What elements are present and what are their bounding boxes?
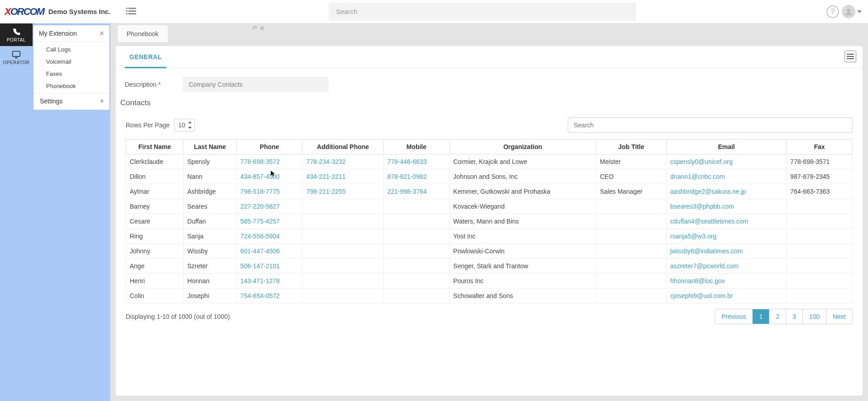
table-row[interactable]: BarneySeares227-220-5827Kovacek-Wiegandb… bbox=[126, 199, 853, 214]
svg-rect-0 bbox=[126, 8, 127, 9]
table-row[interactable]: JohnnyWissby601-447-4506Powlowski-Corwin… bbox=[126, 244, 853, 259]
cell-last: Nann bbox=[184, 169, 236, 184]
card-tab-general[interactable]: GENERAL bbox=[125, 46, 166, 68]
svg-rect-10 bbox=[847, 58, 854, 59]
cell-org: Yost Inc bbox=[449, 229, 596, 244]
cell-fax: 778-698-3571 bbox=[787, 154, 853, 169]
cell-addl bbox=[302, 214, 383, 229]
cell-email[interactable]: bseares3@phpbb.com bbox=[666, 199, 787, 214]
svg-rect-4 bbox=[126, 13, 127, 14]
rail-item-portal[interactable]: PORTAL bbox=[0, 23, 33, 46]
cell-email[interactable]: aashbridge2@sakura.ne.jp bbox=[666, 184, 787, 199]
table-row[interactable]: RingSanja724-558-5904Yost Incrsanja5@w3.… bbox=[126, 229, 853, 244]
table-row[interactable]: HenriHonnan143-471-1278Pouros Inchhonnan… bbox=[126, 274, 853, 289]
cell-phone[interactable]: 506-147-2101 bbox=[236, 259, 302, 274]
rail-item-operator[interactable]: OPERATOR bbox=[0, 46, 33, 69]
cell-phone[interactable]: 724-558-5904 bbox=[236, 229, 302, 244]
menu-toggle-button[interactable] bbox=[124, 5, 138, 19]
col-header[interactable]: Additional Phone bbox=[302, 140, 383, 154]
sidebar-panel-close-button[interactable] bbox=[99, 30, 104, 37]
cell-addl[interactable]: 798-211-2255 bbox=[302, 184, 383, 199]
cell-phone[interactable]: 798-518-7775 bbox=[236, 184, 302, 199]
col-header[interactable]: Phone bbox=[236, 140, 302, 154]
cell-phone[interactable]: 778-698-3572 bbox=[236, 154, 302, 169]
rows-per-page-select[interactable]: 10 bbox=[174, 119, 195, 131]
refresh-tab-button[interactable] bbox=[252, 25, 257, 32]
cell-mobile[interactable]: 221-998-3764 bbox=[383, 184, 449, 199]
col-header[interactable]: Mobile bbox=[383, 140, 449, 154]
col-header[interactable]: First Name bbox=[126, 140, 184, 154]
sidebar-item-voicemail[interactable]: Voicemail bbox=[33, 56, 109, 68]
cell-addl bbox=[302, 244, 383, 259]
sidebar-item-call-logs[interactable]: Call Logs bbox=[33, 43, 109, 56]
cell-mobile[interactable]: 778-446-6633 bbox=[383, 154, 449, 169]
cell-email[interactable]: aszreter7@pcworld.com bbox=[666, 259, 787, 274]
cell-org: Cormier, Krajcik and Lowe bbox=[449, 154, 596, 169]
cell-email[interactable]: hhonnan8@loc.gov bbox=[666, 274, 787, 289]
description-label: Description* bbox=[125, 81, 160, 88]
cell-org: Powlowski-Corwin bbox=[449, 244, 596, 259]
tab-phonebook[interactable]: Phonebook bbox=[118, 25, 168, 42]
cell-email[interactable]: rsanja5@w3.org bbox=[666, 229, 787, 244]
cell-phone[interactable]: 143-471-1278 bbox=[236, 274, 302, 289]
cell-email[interactable]: jwissby6@indiatimes.com bbox=[666, 244, 787, 259]
user-icon bbox=[844, 8, 853, 16]
cell-email[interactable]: dnann1@cnbc.com bbox=[666, 169, 787, 184]
col-header[interactable]: Fax bbox=[787, 140, 853, 154]
page-button[interactable]: 100 bbox=[802, 309, 826, 324]
col-header[interactable]: Email bbox=[666, 140, 787, 154]
page-button[interactable]: Next bbox=[826, 309, 852, 324]
cell-title: Meister bbox=[596, 154, 666, 169]
svg-rect-2 bbox=[126, 10, 127, 12]
svg-rect-7 bbox=[13, 51, 20, 56]
table-row[interactable]: ColinJosephi754-654-0572Schowalter and S… bbox=[126, 289, 853, 303]
cell-phone[interactable]: 754-654-0572 bbox=[236, 289, 302, 303]
user-menu-button[interactable] bbox=[842, 5, 862, 19]
page-button[interactable]: 3 bbox=[786, 309, 802, 324]
page-button[interactable]: 2 bbox=[769, 309, 786, 324]
table-row[interactable]: AngeSzreter506-147-2101Senger, Stark and… bbox=[126, 259, 853, 274]
cell-addl bbox=[302, 199, 383, 214]
cell-fax bbox=[787, 244, 853, 259]
table-row[interactable]: ClerkclaudeSpensly778-698-3572778-234-32… bbox=[126, 154, 853, 169]
cell-phone[interactable]: 585-775-4257 bbox=[236, 214, 302, 229]
close-tab-button[interactable] bbox=[260, 25, 264, 32]
sidebar-item-faxes[interactable]: Faxes bbox=[33, 68, 109, 80]
table-row[interactable]: DillonNann434-857-4500434-221-2211878-82… bbox=[126, 169, 853, 184]
cell-first: Aylmar bbox=[126, 184, 184, 199]
cell-title bbox=[596, 229, 666, 244]
cell-mobile bbox=[383, 259, 449, 274]
avatar bbox=[842, 5, 855, 19]
cell-email[interactable]: cjosephi9@uol.com.br bbox=[666, 289, 787, 303]
cell-phone[interactable]: 601-447-4506 bbox=[236, 244, 302, 259]
table-row[interactable]: CesareDuffan585-775-4257Waters, Mann and… bbox=[126, 214, 853, 229]
rail-item-label: OPERATOR bbox=[3, 60, 29, 65]
cell-mobile bbox=[383, 244, 449, 259]
list-view-toggle-button[interactable] bbox=[844, 51, 856, 62]
table-row[interactable]: AylmarAshbridge798-518-7775798-211-22552… bbox=[126, 184, 853, 199]
description-row: Description* bbox=[116, 69, 863, 96]
sidebar-settings-row[interactable]: Settings + bbox=[33, 93, 109, 110]
cell-phone[interactable]: 227-220-5827 bbox=[236, 199, 302, 214]
cell-mobile bbox=[383, 229, 449, 244]
col-header[interactable]: Job Title bbox=[596, 140, 666, 154]
col-header[interactable]: Organization bbox=[449, 140, 596, 154]
cell-addl bbox=[302, 289, 383, 303]
cell-email[interactable]: cduffan4@seattletimes.com bbox=[666, 214, 787, 229]
cell-last: Josephi bbox=[184, 289, 236, 303]
help-button[interactable]: ? bbox=[826, 5, 839, 18]
description-input[interactable] bbox=[183, 77, 329, 92]
sidebar-item-phonebook[interactable]: Phonebook bbox=[33, 80, 109, 92]
page-button[interactable]: Previous bbox=[715, 309, 752, 324]
cell-fax: 764-663-7363 bbox=[787, 184, 853, 199]
topbar-search-input[interactable] bbox=[329, 3, 636, 21]
table-search-input[interactable] bbox=[568, 117, 853, 133]
cell-phone[interactable]: 434-857-4500 bbox=[236, 169, 302, 184]
cell-addl[interactable]: 434-221-2211 bbox=[302, 169, 383, 184]
col-header[interactable]: Last Name bbox=[184, 140, 236, 154]
page-button[interactable]: 1 bbox=[752, 309, 769, 324]
cell-mobile[interactable]: 878-821-0982 bbox=[383, 169, 449, 184]
cell-email[interactable]: cspensly0@unicef.org bbox=[666, 154, 787, 169]
cell-addl[interactable]: 778-234-3232 bbox=[302, 154, 383, 169]
cell-fax bbox=[787, 229, 853, 244]
